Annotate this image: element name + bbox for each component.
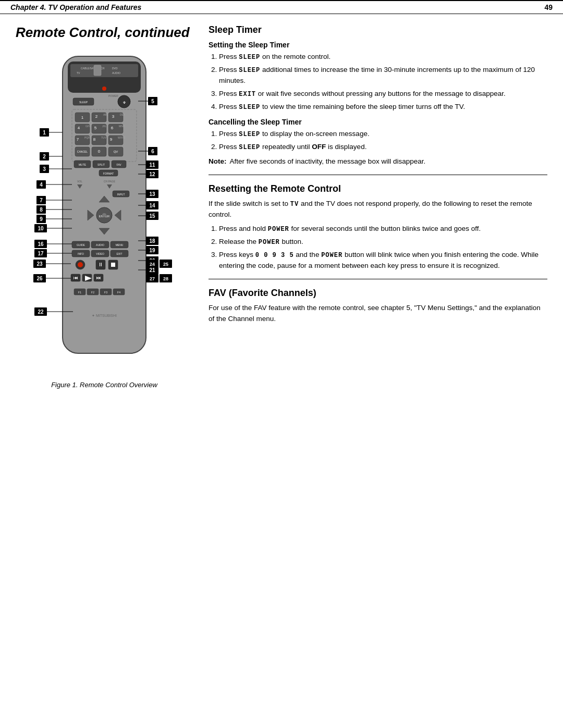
svg-text:SPLIT: SPLIT [97,163,105,166]
svg-text:AUDIO: AUDIO [112,71,120,75]
sleep-key-2: SLEEP [239,67,260,74]
svg-text:FAV: FAV [116,163,121,166]
section-divider [209,175,547,175]
exit-key: EXIT [239,91,256,98]
svg-text:27: 27 [150,276,155,281]
cancelling-sleep-timer-heading: Cancelling the Sleep Timer [209,118,547,126]
svg-text:26: 26 [36,276,43,281]
svg-text:9: 9 [40,216,43,222]
svg-text:1: 1 [43,130,46,135]
svg-point-82 [78,262,83,267]
svg-text:✦ MITSUBISHI: ✦ MITSUBISHI [92,314,117,317]
svg-text:8: 8 [93,137,96,142]
svg-text:MENU: MENU [116,243,124,246]
left-column: Remote Control, continued CABLE/SAT VCR … [16,24,193,389]
svg-text:CABLE/SAT: CABLE/SAT [81,67,95,70]
svg-text:2: 2 [95,114,98,119]
svg-text:F2: F2 [91,291,94,294]
svg-text:17: 17 [38,251,44,256]
svg-text:4: 4 [78,126,80,130]
svg-text:VIDEO: VIDEO [96,252,104,255]
svg-text:⏮: ⏮ [74,275,78,280]
sleep-key-4: SLEEP [239,131,260,138]
page-number: 49 [544,3,553,11]
svg-text:1: 1 [81,115,84,120]
tv-key: TV [290,201,299,208]
resetting-step-3: Press keys 0 0 9 3 5 and the POWER butto… [219,250,547,272]
svg-text:24: 24 [150,262,155,267]
power-key-3: POWER [321,252,342,259]
svg-text:PQRS: PQRS [84,136,92,139]
svg-text:5: 5 [94,126,97,130]
svg-rect-86 [111,263,115,267]
svg-text:MUTE: MUTE [79,163,87,166]
chapter-title: Chapter 4. TV Operation and Features [10,3,141,11]
svg-text:5: 5 [151,98,154,104]
svg-rect-8 [94,65,101,76]
svg-text:POWER: POWER [108,94,118,97]
svg-text:3: 3 [43,166,46,172]
svg-text:FORMAT: FORMAT [103,172,114,175]
svg-text:8: 8 [40,207,43,213]
svg-text:18: 18 [149,238,155,244]
svg-text:6: 6 [111,126,114,130]
svg-text:AUDIO: AUDIO [96,243,104,246]
sleep-key-5: SLEEP [239,144,260,151]
figure-caption: Figure 1. Remote Control Overview [16,381,193,389]
svg-text:F4: F4 [117,291,120,294]
svg-text:13: 13 [149,191,155,197]
svg-text:3: 3 [112,114,115,119]
fav-text: For use of the FAV feature with the remo… [209,303,547,325]
note-block: Note: After five seconds of inactivity, … [209,156,547,167]
svg-text:EXIT: EXIT [116,252,122,255]
note-label: Note: [209,156,227,167]
note-text: After five seconds of inactivity, the me… [230,156,426,167]
svg-text:TV: TV [77,71,80,75]
svg-text:F3: F3 [104,291,107,294]
svg-text:JKL: JKL [102,125,107,128]
svg-text:QV: QV [114,150,118,153]
svg-text:0: 0 [98,149,101,154]
resetting-heading: Resetting the Remote Control [209,183,547,194]
svg-text:4: 4 [40,182,43,188]
svg-text:TUV: TUV [101,136,107,139]
setting-sleep-timer-heading: Setting the Sleep Timer [209,41,547,49]
svg-text:21: 21 [149,267,155,273]
cancelling-step-1: Press SLEEP to display the on-screen mes… [219,129,547,140]
svg-text:WXY2: WXY2 [118,136,125,139]
svg-text:SLEEP: SLEEP [79,101,88,104]
setting-step-2: Press SLEEP additional times to increase… [219,65,547,87]
sleep-key-3: SLEEP [239,104,260,111]
svg-text:25: 25 [163,262,168,267]
page-header: Chapter 4. TV Operation and Features 49 [0,0,563,14]
svg-text:11: 11 [149,162,155,168]
remote-diagram: CABLE/SAT VCR DVD TV AUDIO POWER SLEEP ⏻ [31,51,177,376]
resetting-step-1: Press and hold POWER for several seconds… [219,224,547,235]
power-key-1: POWER [268,226,289,233]
svg-text:CH PAGE: CH PAGE [104,180,116,183]
svg-text:⏭: ⏭ [96,275,101,280]
svg-text:7: 7 [77,137,79,142]
svg-text:22: 22 [38,309,44,315]
key-sequence: 0 0 9 3 5 [255,252,294,259]
remote-svg: CABLE/SAT VCR DVD TV AUDIO POWER SLEEP ⏻ [31,51,177,374]
svg-text:9: 9 [110,137,113,142]
svg-text:⏸: ⏸ [98,262,103,267]
svg-text:F1: F1 [78,291,81,294]
svg-text:INFO: INFO [78,252,84,255]
setting-step-3: Press EXIT or wait five seconds without … [219,89,547,100]
svg-text:GUIDE: GUIDE [77,243,85,246]
off-label: OFF [312,143,326,151]
svg-text:DVD: DVD [112,67,118,70]
svg-text:6: 6 [151,149,154,154]
svg-text:INPUT: INPUT [117,193,125,196]
sleep-timer-heading: Sleep Timer [209,24,547,35]
svg-text:CANCEL: CANCEL [77,150,88,153]
cancelling-sleep-timer-steps: Press SLEEP to display the on-screen mes… [209,129,547,153]
svg-text:16: 16 [38,241,44,247]
resetting-step-2: Release the POWER button. [219,237,547,248]
section-divider-2 [209,279,547,279]
svg-point-9 [102,87,106,91]
svg-rect-2 [70,64,138,77]
power-key-2: POWER [259,239,280,246]
